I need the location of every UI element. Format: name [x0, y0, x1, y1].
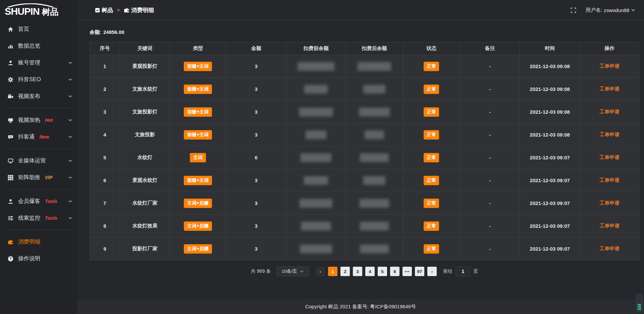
- work-order-link[interactable]: 工单申请: [599, 63, 620, 69]
- row-remark: -: [489, 109, 491, 115]
- fullscreen-icon[interactable]: [571, 7, 576, 13]
- status-badge: 正常: [424, 62, 439, 71]
- work-order-link[interactable]: 工单申请: [599, 109, 620, 114]
- row-index: 8: [103, 223, 106, 229]
- row-time: 2021-12-03 09:08: [530, 86, 570, 92]
- work-order-link[interactable]: 工单申请: [599, 223, 620, 228]
- sidebar-item-home[interactable]: 首页: [0, 21, 77, 38]
- page-button-4[interactable]: 4: [365, 267, 375, 276]
- blurred-balance-after: [359, 108, 390, 116]
- sidebar-divider: [5, 230, 72, 230]
- sidebar-item-label: 抖客通: [18, 133, 35, 141]
- breadcrumb-item-home[interactable]: 树品: [95, 6, 113, 14]
- sidebar-item-badge: Tools: [45, 215, 57, 221]
- sidebar-item-label: 会员爆客: [18, 198, 40, 205]
- next-page-button[interactable]: ›: [427, 267, 437, 276]
- chevron-down-icon: [68, 199, 72, 204]
- page-button-6[interactable]: 6: [390, 267, 399, 276]
- sidebar-item-all-media-operation[interactable]: 全媒体运营: [0, 152, 77, 169]
- blurred-balance-before: [298, 62, 334, 71]
- user-dropdown[interactable]: 用户名: zswodun88: [586, 7, 635, 13]
- blurred-balance-before: [304, 176, 328, 185]
- blurred-balance-after: [363, 85, 385, 94]
- row-keyword: 文旅水纹灯: [132, 86, 158, 92]
- more-pages-button[interactable]: •••: [402, 267, 412, 276]
- balance-value: 24856.00: [103, 29, 124, 35]
- sidebar-item-label: 消费明细: [18, 238, 40, 246]
- work-order-link[interactable]: 工单申请: [599, 246, 620, 251]
- table-row: 7水纹灯厂家主词+后缀3正常-2021-12-03 09:07工单申请: [90, 192, 639, 215]
- sidebar-item-video-heating[interactable]: 视频加热Hot: [0, 112, 77, 128]
- goto-label: 前往: [443, 268, 452, 274]
- sidebar-item-consumption-details[interactable]: 消费明细: [0, 233, 77, 250]
- status-badge: 正常: [424, 221, 439, 231]
- page-button-97[interactable]: 97: [415, 267, 424, 276]
- blurred-balance-after: [358, 62, 391, 71]
- row-time: 2021-12-03 09:07: [530, 246, 570, 252]
- sidebar-item-douketong[interactable]: 抖客通New: [0, 128, 77, 145]
- topbar: 树品 > 消费明细 用户名: zswodun88: [77, 0, 644, 20]
- row-amount: 3: [255, 223, 258, 229]
- work-order-link[interactable]: 工单申请: [599, 132, 620, 137]
- row-keyword: 水纹灯厂家: [132, 200, 158, 206]
- type-badge: 主词: [190, 153, 206, 162]
- row-keyword: 水纹灯效果: [132, 223, 158, 228]
- table-header-row: 序号关键词类型金额扣费前余额扣费后余额状态备注时间操作: [90, 42, 639, 55]
- row-index: 5: [103, 155, 106, 160]
- sidebar-item-douyin-seo[interactable]: 抖音SEO: [0, 71, 77, 88]
- status-badge: 正常: [424, 153, 439, 162]
- work-order-link[interactable]: 工单申请: [599, 154, 620, 160]
- sidebar-item-operation-guide[interactable]: ?操作说明: [0, 250, 77, 267]
- logo-text-en: SHUPIN: [5, 6, 40, 17]
- page-button-3[interactable]: 3: [353, 267, 362, 276]
- blurred-balance-after: [363, 176, 385, 185]
- consumption-table: 序号关键词类型金额扣费前余额扣费后余额状态备注时间操作 1景观投影灯前缀+主词3…: [90, 42, 639, 260]
- sidebar-item-video-publish[interactable]: 视频发布: [0, 88, 77, 105]
- chevron-down-icon: [68, 135, 72, 139]
- sidebar-item-account-management[interactable]: 账号管理: [0, 54, 77, 71]
- breadcrumb-item-current[interactable]: 消费明细: [124, 6, 154, 14]
- work-order-link[interactable]: 工单申请: [599, 177, 620, 183]
- status-badge: 正常: [424, 199, 439, 208]
- page-button-5[interactable]: 5: [378, 267, 387, 276]
- blurred-balance-after: [360, 222, 389, 230]
- monitor-icon: [7, 158, 13, 164]
- column-header: 扣费前余额: [286, 42, 346, 55]
- sidebar-item-label: 抖音SEO: [18, 76, 41, 83]
- column-header: 类型: [170, 42, 226, 55]
- page-button-1[interactable]: 1: [328, 267, 337, 276]
- page-buttons: 123456•••97: [328, 267, 424, 276]
- row-remark: -: [489, 223, 491, 229]
- breadcrumb-label: 消费明细: [131, 6, 154, 14]
- goto-page-input[interactable]: [455, 266, 470, 276]
- page-button-2[interactable]: 2: [340, 267, 350, 276]
- home-icon: [7, 26, 13, 32]
- row-remark: -: [489, 177, 491, 183]
- sidebar-item-matrix-boost[interactable]: 矩阵助推VIP: [0, 169, 77, 186]
- row-remark: -: [489, 86, 491, 92]
- row-time: 2021-12-03 09:07: [530, 200, 570, 206]
- column-header: 关键词: [120, 42, 170, 55]
- sidebar-item-member-burst[interactable]: 会员爆客Tools: [0, 193, 77, 210]
- row-keyword: 水纹灯: [138, 154, 153, 160]
- row-amount: 3: [255, 109, 258, 115]
- copyright-text: Copyright 树品 2021 备案号: 粤ICP备09019646号: [305, 304, 416, 310]
- page-size-select[interactable]: 10条/页: [276, 266, 309, 276]
- work-order-link[interactable]: 工单申请: [599, 86, 620, 92]
- row-time: 2021-12-03 09:07: [530, 155, 570, 160]
- user-icon: [7, 198, 13, 204]
- username-label: 用户名:: [586, 7, 602, 13]
- sidebar-item-label: 矩阵助推: [18, 174, 40, 181]
- balance-label: 余额:: [90, 29, 101, 35]
- sliders-icon: [7, 215, 13, 221]
- row-time: 2021-12-03 09:07: [530, 177, 570, 183]
- prev-page-button[interactable]: ‹: [316, 267, 325, 276]
- floating-widget[interactable]: [636, 294, 642, 312]
- row-index: 9: [103, 246, 106, 252]
- status-badge: 正常: [424, 85, 439, 94]
- work-order-link[interactable]: 工单申请: [599, 200, 620, 206]
- sidebar-item-data-overview[interactable]: 数据总览: [0, 38, 77, 54]
- breadcrumb-label: 树品: [102, 6, 113, 14]
- status-badge: 正常: [424, 244, 439, 254]
- sidebar-item-lead-monitoring[interactable]: 线索监控Tools: [0, 210, 77, 226]
